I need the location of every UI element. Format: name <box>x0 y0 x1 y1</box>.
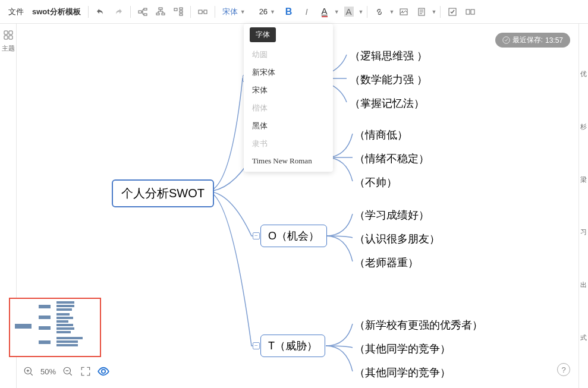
divider <box>130 6 131 18</box>
leaf-node[interactable]: （逻辑思维强 ） <box>350 48 427 64</box>
svg-rect-12 <box>400 9 407 15</box>
leaf-node[interactable]: （不帅） <box>354 174 397 191</box>
divider <box>440 6 441 18</box>
edge-char: 出 <box>580 280 587 289</box>
svg-rect-10 <box>199 10 202 14</box>
svg-rect-5 <box>162 13 165 15</box>
size-select[interactable]: 26 ▼ <box>256 4 279 20</box>
leaf-node[interactable]: （掌握记忆法） <box>350 95 425 112</box>
chevron-down-icon: ▼ <box>270 9 275 15</box>
checkbox-button[interactable] <box>444 4 461 20</box>
divider <box>190 6 191 18</box>
image-button[interactable] <box>395 4 412 20</box>
divider <box>88 6 89 18</box>
svg-rect-9 <box>180 14 183 15</box>
italic-button[interactable]: I <box>298 4 315 20</box>
divider <box>215 6 215 18</box>
font-option[interactable]: 楷体 <box>244 99 333 117</box>
link-button[interactable] <box>371 4 388 20</box>
svg-rect-11 <box>204 10 207 14</box>
highlight-arrow[interactable]: ▼ <box>359 9 364 15</box>
edge-char: 习 <box>580 228 587 236</box>
note-button[interactable] <box>413 4 430 20</box>
font-option[interactable]: 黑体 <box>244 117 333 135</box>
edge-char: 梁 <box>580 175 587 184</box>
leaf-node[interactable]: （数学能力强 ） <box>350 71 427 88</box>
svg-rect-17 <box>471 10 474 14</box>
edge-char: 杉 <box>580 122 587 131</box>
leaf-node[interactable]: （认识很多朋友） <box>354 231 440 247</box>
font-select[interactable]: 宋体 ▼ <box>219 4 254 20</box>
root-node[interactable]: 个人分析SWOT <box>112 179 214 207</box>
svg-rect-6 <box>174 8 177 11</box>
color-arrow[interactable]: ▼ <box>334 9 339 15</box>
save-badge: 最近保存: 13:57 <box>495 33 570 48</box>
svg-rect-1 <box>144 8 147 10</box>
collapse-button[interactable]: − <box>253 342 260 349</box>
text-color-button[interactable]: A <box>316 4 333 20</box>
leaf-node[interactable]: （其他同学的竞争） <box>354 340 451 357</box>
svg-point-24 <box>102 370 105 373</box>
grid-icon[interactable] <box>3 30 14 40</box>
size-current: 26 <box>259 7 268 16</box>
leaf-node[interactable]: （老师器重） <box>354 254 419 271</box>
edge-char: 优 <box>580 70 587 78</box>
zoom-in-button[interactable] <box>23 365 34 377</box>
svg-rect-8 <box>180 11 183 12</box>
leaf-node[interactable]: （学习成绩好） <box>354 207 429 223</box>
svg-rect-20 <box>4 36 8 39</box>
check-icon <box>502 36 510 44</box>
leaf-node[interactable]: （其他同学的竞争） <box>354 364 451 381</box>
note-arrow[interactable]: ▼ <box>431 9 436 15</box>
divider <box>367 6 367 18</box>
more-button[interactable] <box>462 4 479 20</box>
bold-button[interactable]: B <box>281 4 297 20</box>
svg-rect-0 <box>139 11 142 13</box>
collapse-button[interactable]: − <box>253 232 260 239</box>
file-menu[interactable]: 文件 <box>5 7 27 17</box>
svg-rect-18 <box>4 31 8 34</box>
undo-button[interactable] <box>92 4 109 20</box>
leaf-node[interactable]: （情绪不稳定） <box>354 150 429 167</box>
link-arrow[interactable]: ▼ <box>389 9 394 15</box>
layout3-button[interactable] <box>170 4 187 20</box>
save-time: 13:57 <box>545 36 563 45</box>
font-option[interactable]: 新宋体 <box>244 64 333 81</box>
help-button[interactable]: ? <box>557 363 570 376</box>
highlight-button[interactable]: A <box>341 4 357 20</box>
zoom-out-button[interactable] <box>62 365 74 377</box>
save-label: 最近保存: <box>512 35 543 45</box>
font-dropdown-header: 字体 <box>250 27 276 42</box>
font-dropdown: 字体 幼圆 新宋体 宋体 楷体 黑体 隶书 Times New Roman <box>244 24 333 172</box>
doc-title: swot分析模板 <box>29 7 84 17</box>
view-button[interactable] <box>98 365 109 377</box>
layout1-button[interactable] <box>134 4 151 20</box>
fit-button[interactable] <box>80 365 92 377</box>
svg-rect-19 <box>9 31 12 34</box>
branch-node[interactable]: O（机会） <box>260 225 327 247</box>
layout2-button[interactable] <box>152 4 169 20</box>
right-edge: 优 杉 梁 习 出 式 <box>578 24 588 388</box>
svg-rect-16 <box>466 10 470 14</box>
font-option[interactable]: Times New Roman <box>244 153 333 169</box>
redo-button[interactable] <box>110 4 127 20</box>
font-option[interactable]: 幼圆 <box>244 46 333 64</box>
svg-rect-21 <box>9 36 12 39</box>
zoom-controls: 50% <box>23 365 109 377</box>
zoom-level: 50% <box>40 367 56 376</box>
svg-rect-3 <box>159 8 162 10</box>
minimap[interactable] <box>9 298 101 357</box>
chevron-down-icon: ▼ <box>240 9 246 15</box>
svg-rect-2 <box>144 14 147 15</box>
svg-rect-4 <box>156 13 159 15</box>
leaf-node[interactable]: （情商低） <box>354 127 408 143</box>
edge-char: 式 <box>580 333 587 342</box>
font-current: 宋体 <box>222 7 238 17</box>
font-option[interactable]: 隶书 <box>244 135 333 153</box>
leaf-node[interactable]: （新学校有更强的优秀者） <box>354 317 483 333</box>
node-style-button[interactable] <box>194 4 211 20</box>
topic-label: 主题 <box>2 44 15 53</box>
svg-rect-7 <box>180 8 183 10</box>
branch-node[interactable]: T（威胁） <box>260 335 325 357</box>
font-option[interactable]: 宋体 <box>244 81 333 99</box>
